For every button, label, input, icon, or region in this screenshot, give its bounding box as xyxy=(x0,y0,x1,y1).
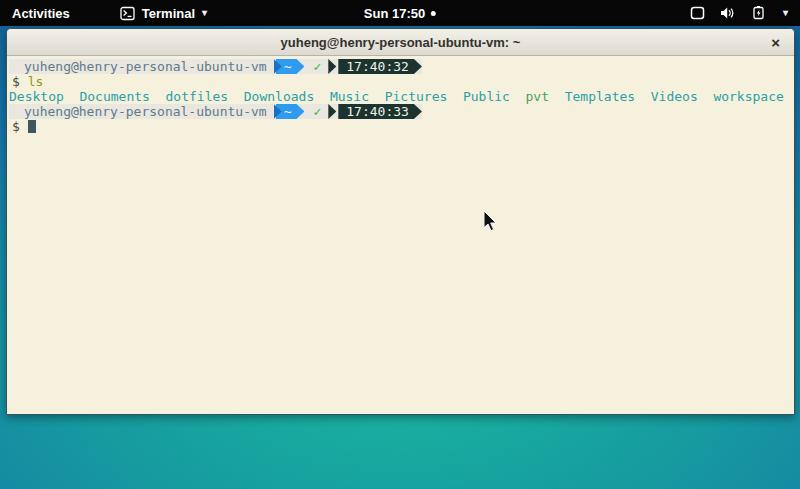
top-bar-left: Activities Terminal ▾ xyxy=(0,0,217,26)
ls-item: Public xyxy=(463,89,510,104)
system-status-area[interactable]: ▾ xyxy=(690,0,800,26)
battery-charging-icon xyxy=(751,6,768,20)
prompt-user-host: yuheng@henry-personal-ubuntu-vm xyxy=(24,104,267,119)
cwd-badge: ~ xyxy=(274,104,305,119)
ls-item: Downloads xyxy=(244,89,314,104)
time-badge: 17:40:32 xyxy=(328,59,422,74)
activities-button[interactable]: Activities xyxy=(0,0,82,26)
ls-item: Templates xyxy=(565,89,635,104)
prompt-row: yuheng@henry-personal-ubuntu-vm ~ ✓ 17:4… xyxy=(9,104,792,119)
app-menu-label: Terminal xyxy=(142,6,195,21)
top-bar: Activities Terminal ▾ Sun 17:50 xyxy=(0,0,800,26)
volume-icon xyxy=(720,6,736,20)
activities-label: Activities xyxy=(12,6,70,21)
prompt-strip: yuheng@henry-personal-ubuntu-vm ~ ✓ 17:4… xyxy=(9,59,422,74)
command-row: $ ls xyxy=(9,74,792,89)
prompt-row: yuheng@henry-personal-ubuntu-vm ~ ✓ 17:4… xyxy=(9,59,792,74)
clock-label: Sun 17:50 xyxy=(364,6,425,21)
terminal-app-icon xyxy=(120,6,135,21)
powerline-arrow-icon xyxy=(328,104,336,119)
ls-item: Documents xyxy=(79,89,149,104)
prompt-time: 17:40:32 xyxy=(338,59,422,74)
input-row[interactable]: $ xyxy=(9,119,792,134)
notification-dot-icon xyxy=(431,11,436,16)
app-menu-terminal[interactable]: Terminal ▾ xyxy=(110,0,217,26)
mouse-pointer-icon xyxy=(483,210,497,232)
terminal-cursor xyxy=(28,120,36,133)
command-text: ls xyxy=(28,74,44,89)
ls-item: Music xyxy=(330,89,369,104)
close-button[interactable]: × xyxy=(771,29,780,55)
window-title: yuheng@henry-personal-ubuntu-vm: ~ xyxy=(7,35,794,50)
clock-button[interactable]: Sun 17:50 xyxy=(364,0,436,26)
status-check-icon: ✓ xyxy=(313,59,321,74)
chevron-down-icon: ▾ xyxy=(202,8,207,18)
time-badge: 17:40:33 xyxy=(328,104,422,119)
display-icon xyxy=(690,6,705,20)
prompt-symbol: $ xyxy=(12,119,20,134)
ls-item: pvt xyxy=(526,89,549,104)
prompt-symbol: $ xyxy=(12,74,20,89)
ls-item: Videos xyxy=(651,89,698,104)
cwd-badge: ~ xyxy=(274,59,305,74)
window-titlebar[interactable]: yuheng@henry-personal-ubuntu-vm: ~ × xyxy=(7,29,794,56)
terminal-window: yuheng@henry-personal-ubuntu-vm: ~ × yuh… xyxy=(6,28,795,415)
status-check-icon: ✓ xyxy=(313,104,321,119)
close-icon: × xyxy=(771,34,780,51)
prompt-time: 17:40:33 xyxy=(338,104,422,119)
system-menu-caret-icon: ▾ xyxy=(783,8,788,18)
ls-output-row: Desktop Documents dotfiles Downloads Mus… xyxy=(9,89,792,104)
prompt-user-host: yuheng@henry-personal-ubuntu-vm xyxy=(24,59,267,74)
ls-item: Pictures xyxy=(385,89,448,104)
powerline-arrow-icon xyxy=(328,59,336,74)
prompt-strip: yuheng@henry-personal-ubuntu-vm ~ ✓ 17:4… xyxy=(9,104,422,119)
ls-item: dotfiles xyxy=(166,89,229,104)
terminal-content[interactable]: yuheng@henry-personal-ubuntu-vm ~ ✓ 17:4… xyxy=(7,56,794,414)
ls-item: workspace xyxy=(713,89,783,104)
ls-item: Desktop xyxy=(9,89,64,104)
